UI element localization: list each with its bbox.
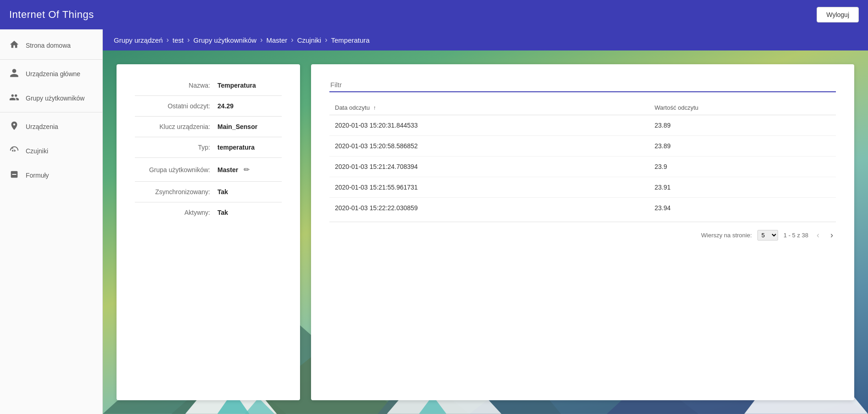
table-cell-date: 2020-01-03 15:21:55.961731: [329, 177, 649, 198]
table-row: 2020-01-03 15:22:22.030859 23.94: [329, 198, 836, 218]
sidebar-item-label-devices: Urządzenia: [26, 123, 58, 130]
info-value-device-key: Main_Sensor: [217, 123, 257, 130]
pagination-range: 1 - 5 z 38: [784, 232, 808, 239]
rows-per-page-label: Wierszy na stronie:: [701, 232, 752, 239]
table-row: 2020-01-03 15:20:31.844533 23.89: [329, 115, 836, 136]
table-row: 2020-01-03 15:21:24.708394 23.9: [329, 157, 836, 177]
info-label-last-read: Ostatni odczyt:: [135, 102, 217, 110]
table-cell-date: 2020-01-03 15:21:24.708394: [329, 157, 649, 177]
col-header-date[interactable]: Data odczytu ↑: [329, 101, 649, 115]
info-label-device-key: Klucz urządzenia:: [135, 123, 217, 130]
table-cell-value: 23.91: [649, 177, 836, 198]
table-cell-value: 23.89: [649, 115, 836, 136]
info-label-active: Aktywny:: [135, 209, 217, 216]
table-cell-date: 2020-01-03 15:20:58.586852: [329, 136, 649, 157]
col-header-value[interactable]: Wartość odczytu: [649, 101, 836, 115]
home-icon: [9, 39, 19, 51]
table-row: 2020-01-03 15:21:55.961731 23.91: [329, 177, 836, 198]
sidebar-item-devices-main[interactable]: Urządzenia główne: [0, 62, 102, 86]
sidebar-item-label-sensors: Czujniki: [26, 147, 48, 155]
breadcrumb-sep-1: ›: [187, 36, 189, 44]
svg-marker-10: [245, 398, 275, 414]
breadcrumb-sep-2: ›: [260, 36, 262, 44]
breadcrumb: Grupy urządzeń › test › Grupy użytkownik…: [103, 29, 868, 50]
table-card: Data odczytu ↑ Wartość odczytu 2020-01-0…: [311, 64, 854, 400]
sidebar-item-label-formulas: Formuły: [26, 172, 49, 179]
info-label-synced: Zsynchronizowany:: [135, 188, 217, 196]
edit-user-group-button[interactable]: ✏: [243, 164, 250, 175]
sidebar-item-user-groups[interactable]: Grupy użytkowników: [0, 86, 102, 110]
breadcrumb-item-2[interactable]: Grupy użytkowników: [194, 36, 257, 44]
breadcrumb-item-1[interactable]: test: [172, 36, 184, 44]
sidebar: Strona domowa Urządzenia główne Grupy uż…: [0, 29, 103, 414]
info-label-user-group: Grupa użytkowników:: [135, 166, 217, 173]
breadcrumb-item-0[interactable]: Grupy urządzeń: [114, 36, 163, 44]
col-header-value-label: Wartość odczytu: [655, 104, 699, 111]
sidebar-item-devices[interactable]: Urządzenia: [0, 114, 102, 139]
col-header-date-label: Data odczytu: [335, 104, 370, 111]
prev-page-button[interactable]: ‹: [814, 229, 822, 241]
table-cell-date: 2020-01-03 15:20:31.844533: [329, 115, 649, 136]
info-value-last-read: 24.29: [217, 102, 234, 110]
info-value-user-group: Master: [217, 166, 238, 173]
filter-input[interactable]: [329, 78, 836, 92]
sidebar-item-formulas[interactable]: Formuły: [0, 163, 102, 187]
formula-icon: [9, 169, 19, 181]
info-row-last-read: Ostatni odczyt: 24.29: [135, 96, 282, 117]
info-label-type: Typ:: [135, 144, 217, 151]
breadcrumb-item-4[interactable]: Czujniki: [297, 36, 322, 44]
content-area: Nazwa: Temperatura Ostatni odczyt: 24.29…: [103, 50, 868, 414]
table-cell-value: 23.9: [649, 157, 836, 177]
group-icon: [9, 92, 19, 104]
sidebar-item-label-devices-main: Urządzenia główne: [26, 70, 80, 78]
main-content: Grupy urządzeń › test › Grupy użytkownik…: [103, 29, 868, 414]
breadcrumb-sep-0: ›: [167, 36, 169, 44]
table-cell-date: 2020-01-03 15:22:22.030859: [329, 198, 649, 218]
sidebar-divider-1: [0, 59, 102, 60]
pagination: Wierszy na stronie: 51025 1 - 5 z 38 ‹ ›: [329, 222, 836, 241]
top-bar: Internet Of Things Wyloguj: [0, 0, 868, 29]
info-value-name: Temperatura: [217, 82, 256, 89]
rows-per-page-select[interactable]: 51025: [757, 230, 778, 241]
table-cell-value: 23.89: [649, 136, 836, 157]
info-value-active: Tak: [217, 209, 228, 216]
info-row-active: Aktywny: Tak: [135, 202, 282, 223]
sidebar-item-sensors[interactable]: Czujniki: [0, 139, 102, 163]
next-page-button[interactable]: ›: [828, 229, 836, 241]
table-row: 2020-01-03 15:20:58.586852 23.89: [329, 136, 836, 157]
sort-asc-icon: ↑: [373, 105, 376, 111]
logout-button[interactable]: Wyloguj: [817, 7, 859, 22]
info-row-synced: Zsynchronizowany: Tak: [135, 182, 282, 202]
info-card: Nazwa: Temperatura Ostatni odczyt: 24.29…: [117, 64, 300, 400]
app-title: Internet Of Things: [9, 9, 94, 21]
sidebar-item-label-home: Strona domowa: [26, 42, 71, 49]
breadcrumb-item-3[interactable]: Master: [266, 36, 287, 44]
sidebar-item-label-user-groups: Grupy użytkowników: [26, 95, 84, 102]
info-value-type: temperatura: [217, 144, 255, 151]
table-cell-value: 23.94: [649, 198, 836, 218]
info-row-device-key: Klucz urządzenia: Main_Sensor: [135, 117, 282, 137]
data-table: Data odczytu ↑ Wartość odczytu 2020-01-0…: [329, 101, 836, 218]
sensor-icon: [9, 145, 19, 157]
info-row-name: Nazwa: Temperatura: [135, 78, 282, 96]
sidebar-item-home[interactable]: Strona domowa: [0, 33, 102, 57]
info-label-name: Nazwa:: [135, 82, 217, 89]
device-icon: [9, 121, 19, 132]
breadcrumb-item-5[interactable]: Temperatura: [331, 36, 369, 44]
sidebar-divider-2: [0, 112, 102, 112]
info-value-synced: Tak: [217, 188, 228, 196]
info-row-user-group: Grupa użytkowników: Master ✏: [135, 158, 282, 182]
person-icon: [9, 68, 19, 79]
info-row-type: Typ: temperatura: [135, 137, 282, 158]
breadcrumb-sep-3: ›: [291, 36, 293, 44]
breadcrumb-sep-4: ›: [325, 36, 327, 44]
